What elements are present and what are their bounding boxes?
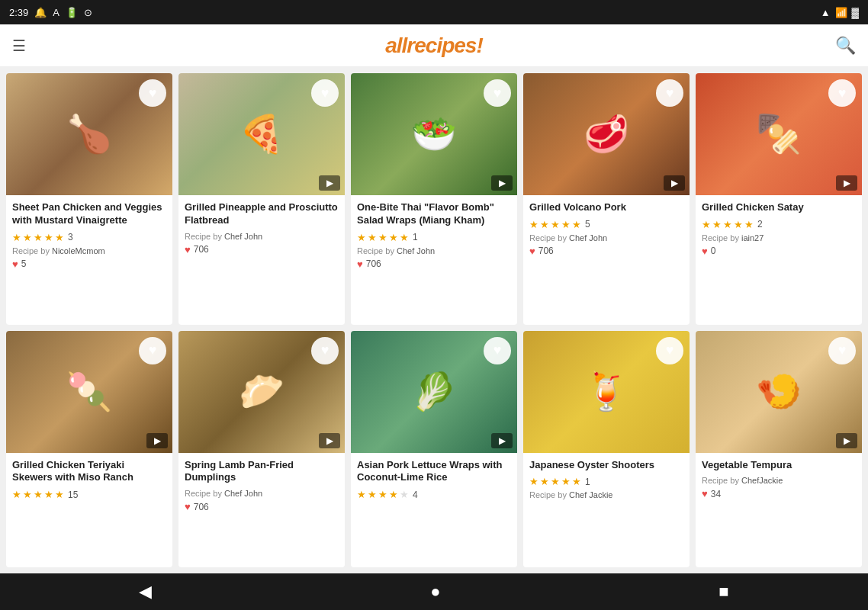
recipe-title: Asian Pork Lettuce Wraps with Coconut-Li…: [357, 459, 511, 485]
recipe-info: Grilled Volcano Pork ★★★★★5 Recipe by Ch…: [523, 195, 690, 325]
star-full: ★: [368, 232, 377, 243]
recipe-image: 🥬 ♥ ▶: [351, 331, 517, 453]
recipe-info: Grilled Chicken Satay ★★★★★2 Recipe by i…: [696, 195, 862, 325]
recipe-card[interactable]: 🥟 ♥ ▶ Spring Lamb Pan-Fried Dumplings Re…: [178, 331, 345, 568]
recipe-title: Japanese Oyster Shooters: [529, 459, 683, 472]
recipe-card[interactable]: 🍡 ♥ ▶ Grilled Chicken Teriyaki Skewers w…: [6, 331, 172, 568]
search-button[interactable]: 🔍: [835, 36, 856, 56]
video-icon: ▶: [319, 433, 340, 448]
star-full: ★: [368, 489, 377, 500]
likes: ♥706: [529, 246, 683, 257]
star-full: ★: [378, 489, 387, 500]
recipe-grid: 🍗 ♥ Sheet Pan Chicken and Veggies with M…: [0, 67, 868, 573]
star-full: ★: [34, 489, 43, 500]
rating-count: 15: [68, 490, 78, 500]
video-icon: ▶: [319, 175, 340, 191]
logo: allrecipes!: [385, 34, 483, 58]
food-emoji: 🍕: [239, 113, 285, 156]
recent-button[interactable]: ■: [719, 582, 728, 602]
recipe-by: Recipe by NicoleMcmom: [12, 246, 166, 255]
favorite-button[interactable]: ♥: [484, 337, 511, 364]
heart-likes-icon: ♥: [185, 244, 191, 255]
likes: ♥706: [185, 244, 339, 255]
recipe-info: Grilled Pineapple and Prosciutto Flatbre…: [178, 195, 345, 325]
food-emoji: 🥬: [411, 371, 457, 413]
star-full: ★: [540, 219, 549, 230]
rating-count: 2: [757, 219, 763, 230]
video-icon: ▶: [836, 175, 857, 191]
back-button[interactable]: ◀: [139, 582, 152, 602]
star-full: ★: [34, 232, 43, 243]
stars: ★★★★★2: [702, 219, 856, 230]
star-full: ★: [712, 219, 722, 230]
stars: ★★★★★4: [357, 489, 511, 500]
favorite-button[interactable]: ♥: [656, 79, 683, 107]
food-emoji: 🥩: [583, 113, 629, 156]
star-full: ★: [551, 219, 560, 230]
battery-full-icon: ▓: [852, 7, 859, 18]
recipe-info: Grilled Chicken Teriyaki Skewers with Mi…: [6, 453, 172, 568]
recipe-title: Grilled Pineapple and Prosciutto Flatbre…: [185, 201, 339, 227]
bottom-nav: ◀ ● ■: [0, 573, 868, 610]
favorite-button[interactable]: ♥: [139, 79, 166, 107]
recipe-card[interactable]: 🥩 ♥ ▶ Grilled Volcano Pork ★★★★★5 Recipe…: [523, 73, 690, 325]
status-right: ▲ 📶 ▓: [821, 7, 859, 18]
likes: ♥34: [702, 488, 856, 499]
recipe-image: 🍡 ♥ ▶: [6, 331, 172, 453]
recipe-title: Grilled Volcano Pork: [529, 201, 683, 214]
signal-icon: 📶: [835, 7, 847, 18]
recipe-card[interactable]: 🍹 ♥ Japanese Oyster Shooters ★★★★★1 Reci…: [523, 331, 690, 568]
recipe-title: One-Bite Thai "Flavor Bomb" Salad Wraps …: [357, 201, 511, 227]
recipe-card[interactable]: 🍤 ♥ ▶ Vegetable Tempura Recipe by ChefJa…: [696, 331, 862, 568]
recipe-card[interactable]: 🍢 ♥ ▶ Grilled Chicken Satay ★★★★★2 Recip…: [696, 73, 862, 325]
home-button[interactable]: ●: [430, 582, 440, 602]
recipe-card[interactable]: 🥬 ♥ ▶ Asian Pork Lettuce Wraps with Coco…: [351, 331, 517, 568]
recipe-info: One-Bite Thai "Flavor Bomb" Salad Wraps …: [351, 195, 517, 325]
star-full: ★: [55, 489, 64, 500]
likes: ♥5: [12, 258, 166, 270]
star-empty: ★: [400, 489, 409, 500]
star-full: ★: [723, 219, 732, 230]
star-full: ★: [551, 476, 560, 487]
recipe-card[interactable]: 🍗 ♥ Sheet Pan Chicken and Veggies with M…: [6, 73, 172, 325]
favorite-button[interactable]: ♥: [311, 79, 339, 107]
recipe-by: Recipe by ChefJackie: [702, 476, 856, 485]
logo-text: allrecipes!: [385, 34, 483, 57]
alarm-icon: 🔔: [34, 7, 47, 18]
recipe-by: Recipe by Chef John: [185, 489, 339, 498]
recipe-info: Asian Pork Lettuce Wraps with Coconut-Li…: [351, 453, 517, 568]
recipe-title: Vegetable Tempura: [702, 459, 856, 472]
menu-button[interactable]: ☰: [12, 37, 26, 55]
recipe-info: Vegetable Tempura Recipe by ChefJackie ♥…: [696, 453, 862, 568]
recipe-by: Recipe by Chef John: [357, 246, 511, 255]
battery-icon: 🔋: [66, 7, 78, 18]
likes: ♥706: [357, 258, 511, 270]
favorite-button[interactable]: ♥: [828, 79, 856, 107]
star-full: ★: [389, 489, 398, 500]
favorite-button[interactable]: ♥: [656, 337, 683, 364]
favorite-button[interactable]: ♥: [311, 337, 339, 364]
star-full: ★: [389, 232, 398, 243]
recipe-card[interactable]: 🥗 ♥ ▶ One-Bite Thai "Flavor Bomb" Salad …: [351, 73, 517, 325]
star-full: ★: [23, 489, 32, 500]
recipe-image: 🥟 ♥ ▶: [178, 331, 345, 453]
recipe-by: Recipe by iain27: [702, 233, 856, 242]
heart-likes-icon: ♥: [12, 258, 18, 270]
recipe-image: 🍹 ♥: [523, 331, 690, 453]
recipe-image: 🥗 ♥ ▶: [351, 73, 517, 195]
stars: ★★★★★3: [12, 232, 166, 243]
star-full: ★: [44, 232, 53, 243]
star-full: ★: [734, 219, 743, 230]
recipe-image: 🍤 ♥ ▶: [696, 331, 862, 453]
search-icon: 🔍: [835, 36, 856, 55]
food-emoji: 🍢: [756, 113, 802, 156]
heart-likes-icon: ♥: [702, 246, 708, 257]
recipe-title: Grilled Chicken Teriyaki Skewers with Mi…: [12, 459, 166, 485]
favorite-button[interactable]: ♥: [139, 337, 166, 364]
star-half: ★: [55, 232, 64, 243]
recipe-info: Japanese Oyster Shooters ★★★★★1 Recipe b…: [523, 453, 690, 568]
recipe-card[interactable]: 🍕 ♥ ▶ Grilled Pineapple and Prosciutto F…: [178, 73, 345, 325]
star-full: ★: [12, 232, 21, 243]
favorite-button[interactable]: ♥: [828, 337, 856, 364]
favorite-button[interactable]: ♥: [484, 79, 511, 107]
